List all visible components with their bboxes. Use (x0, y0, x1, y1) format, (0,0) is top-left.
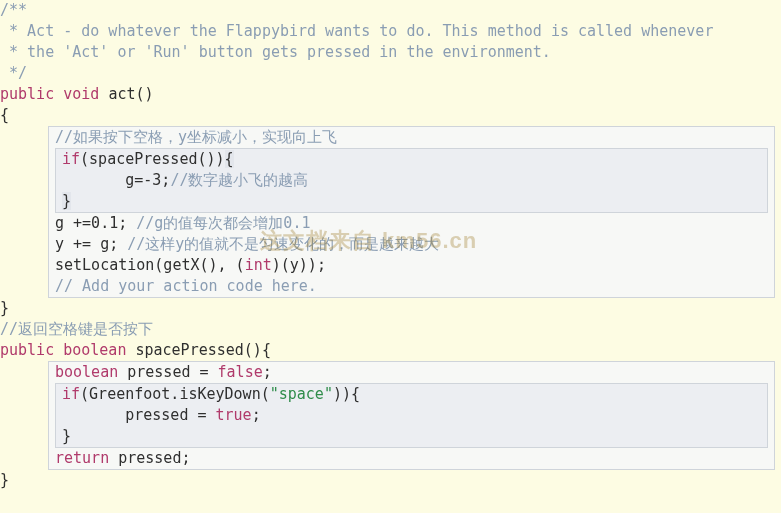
code-text: y += g; (55, 235, 127, 253)
comment-inline: //数字越小飞的越高 (170, 171, 308, 189)
brace-close: } (62, 426, 761, 447)
keyword-boolean: boolean (55, 363, 118, 381)
code-text: pressed; (109, 449, 190, 467)
if-statement: if(Greenfoot.isKeyDown("space")){ (62, 384, 761, 405)
brace-open: { (225, 150, 234, 168)
brace-close: } (0, 298, 781, 319)
declaration-pressed: boolean pressed = false; (55, 362, 768, 383)
code-block-act-body: //如果按下空格，y坐标减小，实现向上飞 if(spacePressed()){… (48, 126, 775, 298)
method-signature-act: public void act() (0, 84, 781, 105)
keyword-public: public (0, 85, 54, 103)
comment-space-return: //返回空格键是否按下 (0, 319, 781, 340)
paren: () (135, 85, 153, 103)
number-literal: -3 (143, 171, 161, 189)
statement-g-inc: g +=0.1; //g的值每次都会增加0.1 (55, 213, 768, 234)
assignment-pressed-true: pressed = true; (62, 405, 761, 426)
method-name: act (108, 85, 135, 103)
brace-close: } (0, 470, 781, 491)
statement-setlocation: setLocation(getX(), (int)(y)); (55, 255, 768, 276)
keyword-int: int (245, 256, 272, 274)
code-text: )(y)); (272, 256, 326, 274)
code-block-spacepressed-body: boolean pressed = false; if(Greenfoot.is… (48, 361, 775, 470)
brace-open: { (0, 105, 781, 126)
method-signature-spacepressed: public boolean spacePressed(){ (0, 340, 781, 361)
assign-lhs: g= (125, 171, 143, 189)
method-name: spacePressed (135, 341, 243, 359)
doc-comment-line: */ (0, 63, 781, 84)
comment-inline: //g的值每次都会增加0.1 (136, 214, 310, 232)
assignment-g: g=-3;//数字越小飞的越高 (62, 170, 761, 191)
code-block-if-keydown: if(Greenfoot.isKeyDown("space")){ presse… (55, 383, 768, 448)
statement-y-inc: y += g; //这样y的值就不是匀速变化的，而是越来越大 (55, 234, 768, 255)
semicolon: ; (263, 363, 272, 381)
if-condition: (spacePressed()) (80, 150, 225, 168)
literal-false: false (218, 363, 263, 381)
if-statement: if(spacePressed()){ (62, 149, 761, 170)
code-text: )){ (333, 385, 360, 403)
comment-inline: //这样y的值就不是匀速变化的，而是越来越大 (127, 235, 439, 253)
code-block-if-space: if(spacePressed()){ g=-3;//数字越小飞的越高 } (55, 148, 768, 213)
semicolon: ; (252, 406, 261, 424)
return-statement: return pressed; (55, 448, 768, 469)
paren: (){ (244, 341, 271, 359)
keyword-void: void (63, 85, 99, 103)
keyword-if: if (62, 385, 80, 403)
code-text: g +=0.1; (55, 214, 136, 232)
doc-comment-line: /** (0, 0, 781, 21)
keyword-if: if (62, 150, 80, 168)
var-name: pressed = (118, 363, 217, 381)
doc-comment-line: * Act - do whatever the Flappybird wants… (0, 21, 781, 42)
code-text: (Greenfoot.isKeyDown( (80, 385, 270, 403)
brace-close: } (62, 192, 71, 210)
keyword-boolean: boolean (63, 341, 126, 359)
string-literal: "space" (270, 385, 333, 403)
assign-lhs: pressed = (125, 406, 215, 424)
literal-true: true (216, 406, 252, 424)
comment-add-action: // Add your action code here. (55, 276, 768, 297)
keyword-public: public (0, 341, 54, 359)
comment-space-press: //如果按下空格，y坐标减小，实现向上飞 (55, 127, 768, 148)
code-text: setLocation(getX(), ( (55, 256, 245, 274)
keyword-return: return (55, 449, 109, 467)
doc-comment-line: * the 'Act' or 'Run' button gets pressed… (0, 42, 781, 63)
